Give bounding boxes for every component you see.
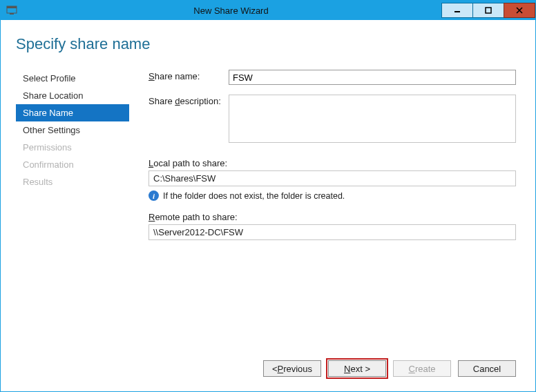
window-controls: [442, 3, 535, 18]
share-description-input[interactable]: [229, 95, 516, 143]
create-button: Create: [393, 360, 451, 377]
wizard-nav: Select ProfileShare LocationShare NameOt…: [16, 70, 129, 351]
share-name-accesskey: S: [149, 71, 155, 81]
page-heading: Specify share name: [16, 35, 520, 53]
svg-rect-1: [7, 6, 17, 8]
minimize-button[interactable]: [441, 3, 473, 18]
nav-item-permissions: Permissions: [16, 139, 129, 156]
app-icon: [3, 2, 20, 19]
local-path-value: C:\Shares\FSW: [149, 170, 516, 186]
next-button[interactable]: Next >: [328, 360, 386, 377]
info-row: i If the folder does not exist, the fold…: [149, 190, 516, 201]
close-button[interactable]: [504, 3, 535, 18]
nav-item-share-name[interactable]: Share Name: [16, 104, 129, 121]
form-content: Share name: Share description: Local pat…: [129, 70, 520, 351]
svg-rect-2: [10, 13, 14, 14]
nav-item-confirmation: Confirmation: [16, 156, 129, 173]
nav-item-results: Results: [16, 173, 129, 190]
titlebar: New Share Wizard: [1, 1, 535, 20]
new-share-wizard-window: New Share Wizard Specify share name Sele…: [0, 0, 536, 392]
main-area: Select ProfileShare LocationShare NameOt…: [16, 70, 520, 351]
wizard-body: Specify share name Select ProfileShare L…: [1, 20, 535, 391]
info-icon: i: [149, 190, 159, 201]
cancel-button[interactable]: Cancel: [458, 360, 516, 377]
maximize-button[interactable]: [472, 3, 504, 18]
local-path-label: Local path to share:: [149, 158, 516, 168]
remote-path-label: Remote path to share:: [149, 212, 516, 222]
info-text: If the folder does not exist, the folder…: [163, 191, 345, 201]
share-name-label: Share name:: [149, 70, 229, 81]
window-title: New Share Wizard: [20, 6, 442, 16]
nav-item-select-profile[interactable]: Select Profile: [16, 70, 129, 87]
previous-button[interactable]: < Previous: [263, 360, 321, 377]
remote-path-accesskey: R: [149, 212, 155, 222]
share-description-accesskey: d: [175, 96, 180, 106]
nav-item-other-settings[interactable]: Other Settings: [16, 121, 129, 139]
nav-item-share-location[interactable]: Share Location: [16, 87, 129, 104]
remote-path-value: \\Server2012-DC\FSW: [149, 224, 516, 240]
share-name-input[interactable]: [229, 70, 516, 85]
wizard-footer: < Previous Next > Create Cancel: [16, 351, 520, 386]
share-description-label: Share description:: [149, 95, 229, 106]
svg-rect-4: [486, 8, 491, 13]
